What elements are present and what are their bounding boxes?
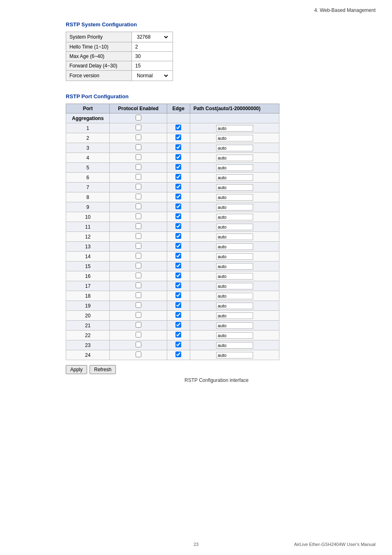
port-enabled-checkbox-6[interactable] [136, 174, 141, 180]
port-edge-cell-10[interactable] [167, 212, 190, 222]
port-edge-cell-24[interactable] [167, 350, 190, 360]
force-version-value[interactable]: Normal [132, 71, 173, 81]
port-edge-cell-23[interactable] [167, 340, 190, 350]
port-path-input-14[interactable] [216, 253, 253, 260]
port-edge-checkbox-17[interactable] [175, 282, 181, 288]
forward-delay-value[interactable] [132, 61, 173, 71]
port-path-input-18[interactable] [216, 293, 253, 299]
port-edge-cell-17[interactable] [167, 281, 190, 291]
port-edge-cell-7[interactable] [167, 183, 190, 192]
port-edge-cell-22[interactable] [167, 331, 190, 340]
port-edge-cell-8[interactable] [167, 192, 190, 202]
port-path-input-2[interactable] [216, 135, 253, 141]
port-enabled-cell-24[interactable] [110, 350, 167, 360]
hello-time-value[interactable] [132, 42, 173, 52]
port-path-input-10[interactable] [216, 214, 253, 220]
port-edge-cell-1[interactable] [167, 123, 190, 133]
port-enabled-cell-14[interactable] [110, 252, 167, 261]
port-enabled-checkbox-18[interactable] [136, 292, 141, 298]
port-edge-checkbox-24[interactable] [175, 352, 181, 357]
aggregations-enabled-cell[interactable] [110, 113, 167, 123]
port-enabled-checkbox-7[interactable] [136, 184, 141, 190]
port-path-cell-13[interactable] [190, 242, 279, 252]
system-priority-value[interactable]: 32768 [132, 32, 173, 42]
port-edge-cell-9[interactable] [167, 202, 190, 212]
port-enabled-cell-2[interactable] [110, 133, 167, 143]
port-enabled-checkbox-23[interactable] [136, 342, 141, 347]
port-path-cell-1[interactable] [190, 123, 279, 133]
port-edge-cell-4[interactable] [167, 153, 190, 163]
port-enabled-cell-3[interactable] [110, 143, 167, 153]
port-enabled-checkbox-24[interactable] [136, 352, 141, 357]
port-path-input-24[interactable] [216, 352, 253, 358]
port-path-cell-19[interactable] [190, 301, 279, 311]
port-enabled-checkbox-8[interactable] [136, 194, 141, 199]
port-path-input-6[interactable] [216, 174, 253, 181]
port-enabled-cell-20[interactable] [110, 311, 167, 321]
port-edge-cell-2[interactable] [167, 133, 190, 143]
port-enabled-checkbox-17[interactable] [136, 282, 141, 288]
port-path-input-5[interactable] [216, 164, 253, 171]
port-path-input-7[interactable] [216, 184, 253, 191]
port-enabled-cell-21[interactable] [110, 321, 167, 331]
port-path-input-17[interactable] [216, 283, 253, 289]
port-enabled-cell-5[interactable] [110, 163, 167, 173]
port-enabled-checkbox-20[interactable] [136, 312, 141, 318]
port-edge-checkbox-14[interactable] [175, 253, 181, 259]
port-edge-cell-5[interactable] [167, 163, 190, 173]
port-enabled-checkbox-5[interactable] [136, 164, 141, 170]
port-edge-checkbox-19[interactable] [175, 302, 181, 308]
port-edge-checkbox-16[interactable] [175, 273, 181, 278]
port-edge-checkbox-20[interactable] [175, 312, 181, 318]
port-enabled-cell-15[interactable] [110, 261, 167, 271]
port-edge-cell-18[interactable] [167, 291, 190, 301]
port-enabled-checkbox-4[interactable] [136, 154, 141, 160]
port-path-cell-10[interactable] [190, 212, 279, 222]
port-edge-checkbox-5[interactable] [175, 164, 181, 170]
port-path-input-1[interactable] [216, 125, 253, 132]
port-enabled-cell-8[interactable] [110, 192, 167, 202]
system-priority-select[interactable]: 32768 [135, 34, 169, 40]
port-edge-cell-20[interactable] [167, 311, 190, 321]
port-enabled-checkbox-1[interactable] [136, 125, 141, 130]
port-path-input-21[interactable] [216, 322, 253, 329]
port-edge-checkbox-22[interactable] [175, 332, 181, 338]
port-path-cell-9[interactable] [190, 202, 279, 212]
port-edge-checkbox-10[interactable] [175, 213, 181, 219]
port-enabled-cell-12[interactable] [110, 232, 167, 242]
port-enabled-checkbox-9[interactable] [136, 204, 141, 209]
port-enabled-cell-18[interactable] [110, 291, 167, 301]
port-enabled-checkbox-3[interactable] [136, 144, 141, 150]
port-path-input-4[interactable] [216, 155, 253, 161]
port-enabled-checkbox-2[interactable] [136, 134, 141, 140]
port-edge-checkbox-4[interactable] [175, 154, 181, 160]
port-path-cell-2[interactable] [190, 133, 279, 143]
port-path-cell-8[interactable] [190, 192, 279, 202]
port-path-cell-16[interactable] [190, 271, 279, 281]
port-edge-checkbox-9[interactable] [175, 204, 181, 209]
port-enabled-checkbox-14[interactable] [136, 253, 141, 259]
port-enabled-checkbox-10[interactable] [136, 213, 141, 219]
port-enabled-checkbox-13[interactable] [136, 243, 141, 249]
port-edge-cell-16[interactable] [167, 271, 190, 281]
port-edge-cell-6[interactable] [167, 173, 190, 183]
port-path-input-3[interactable] [216, 145, 253, 151]
port-enabled-cell-10[interactable] [110, 212, 167, 222]
port-path-cell-20[interactable] [190, 311, 279, 321]
port-path-cell-14[interactable] [190, 252, 279, 261]
port-path-input-15[interactable] [216, 263, 253, 270]
refresh-button[interactable]: Refresh [90, 365, 116, 374]
port-enabled-cell-19[interactable] [110, 301, 167, 311]
port-path-cell-7[interactable] [190, 183, 279, 192]
port-path-input-20[interactable] [216, 312, 253, 319]
port-enabled-cell-7[interactable] [110, 183, 167, 192]
port-path-input-12[interactable] [216, 234, 253, 240]
force-version-select[interactable]: Normal [135, 72, 169, 79]
port-path-cell-5[interactable] [190, 163, 279, 173]
port-enabled-cell-22[interactable] [110, 331, 167, 340]
port-edge-checkbox-6[interactable] [175, 174, 181, 180]
port-edge-checkbox-8[interactable] [175, 194, 181, 199]
port-edge-checkbox-2[interactable] [175, 134, 181, 140]
port-edge-checkbox-7[interactable] [175, 184, 181, 190]
port-edge-cell-19[interactable] [167, 301, 190, 311]
